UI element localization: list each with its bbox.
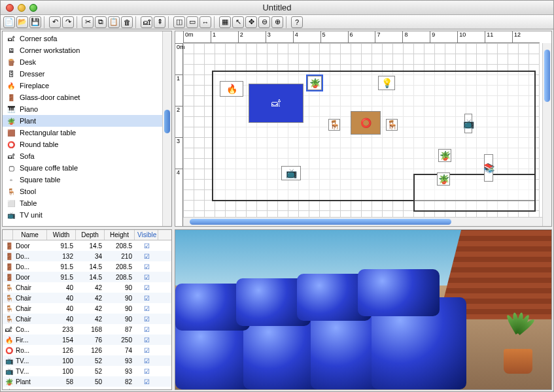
- table-row[interactable]: 🔥Fir...15476250☑: [3, 335, 171, 345]
- cell-visible[interactable]: ☑: [135, 242, 158, 250]
- catalog-item[interactable]: 🪑Stool: [3, 186, 171, 197]
- plan-round-table[interactable]: ⭕: [351, 111, 381, 135]
- table-row[interactable]: 🚪Door91.514.5208.5☑: [3, 272, 171, 282]
- plan-plant-sel[interactable]: 🪴: [307, 76, 322, 90]
- furniture-icon: ▫: [7, 175, 16, 184]
- plan-chair2[interactable]: 🪑: [386, 119, 398, 131]
- plan-tv1[interactable]: 📺: [281, 166, 301, 180]
- save-icon[interactable]: 💾: [29, 16, 41, 28]
- catalog-item[interactable]: 🗄Dresser: [3, 68, 171, 80]
- cell-visible[interactable]: ☑: [135, 357, 158, 365]
- table-row[interactable]: 🪑Chair404290☑: [3, 303, 171, 314]
- cell-visible[interactable]: ☑: [135, 326, 158, 333]
- catalog-item[interactable]: 🚪Glass-door cabinet: [3, 91, 171, 103]
- plan-tv2[interactable]: 📺: [464, 114, 472, 133]
- table-row[interactable]: 🪴Plant585082☑: [3, 376, 171, 387]
- col-depth[interactable]: Depth: [76, 230, 105, 240]
- plan-bookcase[interactable]: 📚: [484, 154, 493, 182]
- import-icon[interactable]: ⇞: [154, 16, 165, 28]
- table-row[interactable]: 🪴Plant585082☑: [3, 387, 171, 389]
- cell-visible[interactable]: ☑: [135, 389, 158, 390]
- catalog-item[interactable]: 🛋Corner sofa: [3, 33, 171, 44]
- plan-chair1[interactable]: 🪑: [328, 119, 340, 131]
- catalog-item[interactable]: ▫Square table: [3, 174, 171, 186]
- zoomin-icon[interactable]: ⊕: [271, 16, 283, 28]
- plan-fireplace[interactable]: 🔥: [220, 81, 243, 97]
- catalog-item[interactable]: 🟫Rectangular table: [3, 127, 171, 139]
- close-icon[interactable]: [6, 4, 14, 12]
- undo-icon[interactable]: ↶: [49, 16, 61, 28]
- row-icon: 🪑: [3, 316, 13, 323]
- catalog-item[interactable]: 🛋Sofa: [3, 150, 171, 162]
- open-icon[interactable]: 📂: [16, 16, 28, 28]
- table-row[interactable]: 🪑Chair404290☑: [3, 282, 171, 293]
- cell-visible[interactable]: ☑: [135, 316, 158, 323]
- catalog-list[interactable]: 🛋Corner sofa🖥Corner workstation🪵Desk🗄Dre…: [3, 31, 171, 222]
- create-room-icon[interactable]: ▭: [186, 16, 198, 28]
- cell-visible[interactable]: ☑: [135, 295, 158, 302]
- col-width[interactable]: Width: [47, 230, 76, 240]
- scrollbar-h[interactable]: [183, 217, 542, 226]
- catalog-item[interactable]: 🖥Corner workstation: [3, 44, 171, 56]
- pan-icon[interactable]: ✥: [245, 16, 257, 28]
- cell-height: 250: [105, 336, 135, 344]
- minimize-icon[interactable]: [18, 4, 26, 12]
- plan-grid[interactable]: 🔥🛋🪴💡🪑⭕🪑📺📺🪴🪴📚: [183, 43, 540, 226]
- table-row[interactable]: 🪑Chair404290☑: [3, 293, 171, 303]
- cell-visible[interactable]: ☑: [135, 336, 158, 344]
- delete-icon[interactable]: 🗑: [121, 16, 133, 28]
- cut-icon[interactable]: ✂: [82, 16, 94, 28]
- cell-visible[interactable]: ☑: [135, 263, 158, 270]
- table-row[interactable]: 🚪Do...13234210☑: [3, 251, 171, 261]
- select-icon[interactable]: ↖: [232, 16, 244, 28]
- plan-plant3[interactable]: 🪴: [437, 172, 450, 186]
- dimension-icon[interactable]: ↔: [199, 16, 211, 28]
- zoomout-icon[interactable]: ⊖: [258, 16, 270, 28]
- cell-visible[interactable]: ☑: [135, 368, 158, 375]
- catalog-item[interactable]: ⭕Round table: [3, 139, 171, 150]
- table-row[interactable]: ⭕Ro...12612674☑: [3, 345, 171, 355]
- catalog-item[interactable]: 📺TV unit: [3, 209, 171, 221]
- table-row[interactable]: 🚪Do...91.514.5208.5☑: [3, 261, 171, 272]
- new-icon[interactable]: 📄: [3, 16, 15, 28]
- furniture-table[interactable]: Name Width Depth Height Visible 🚪Door91.…: [2, 229, 172, 390]
- cell-visible[interactable]: ☑: [135, 347, 158, 354]
- cell-visible[interactable]: ☑: [135, 378, 158, 385]
- create-wall-icon[interactable]: ◫: [173, 16, 185, 28]
- furniture-icon: ⭕: [7, 140, 16, 149]
- cell-visible[interactable]: ☑: [135, 274, 158, 281]
- titlebar: Untitled: [1, 1, 553, 15]
- catalog-item[interactable]: ▢Square coffe table: [3, 162, 171, 174]
- catalog-item[interactable]: 🪵Desk: [3, 56, 171, 68]
- catalog-item[interactable]: ⬜Table: [3, 197, 171, 209]
- cell-visible[interactable]: ☑: [135, 305, 158, 312]
- add-furniture-icon[interactable]: 🛋: [141, 16, 152, 28]
- plan-view[interactable]: 0m123456789101112 0m1234 🔥🛋🪴💡🪑⭕🪑📺📺🪴🪴📚: [175, 31, 552, 227]
- redo-icon[interactable]: ↷: [62, 16, 74, 28]
- table-row[interactable]: 📺TV...1005293☑: [3, 355, 171, 366]
- help-icon[interactable]: ?: [291, 16, 303, 28]
- scrollbar[interactable]: [542, 43, 551, 226]
- maximize-icon[interactable]: [29, 4, 37, 12]
- scrollbar[interactable]: [162, 31, 171, 226]
- room-outline[interactable]: [413, 174, 536, 212]
- table-row[interactable]: 🛋Co...23316887☑: [3, 324, 171, 335]
- plan-corner-sofa[interactable]: 🛋: [249, 84, 303, 123]
- 3d-view[interactable]: [175, 229, 552, 390]
- col-height[interactable]: Height: [105, 230, 135, 240]
- table-row[interactable]: 🚪Door91.514.5208.5☑: [3, 240, 171, 251]
- catalog-item[interactable]: 🔥Fireplace: [3, 80, 171, 91]
- cell-visible[interactable]: ☑: [135, 284, 158, 291]
- col-visible[interactable]: Visible: [135, 230, 158, 240]
- plan-lamp[interactable]: 💡: [378, 76, 395, 90]
- catalog-item[interactable]: 🎹Piano: [3, 103, 171, 115]
- catalog-item[interactable]: 🪴Plant: [3, 115, 171, 127]
- cell-visible[interactable]: ☑: [135, 253, 158, 260]
- col-name[interactable]: Name: [13, 230, 47, 240]
- table-row[interactable]: 📺TV...1005293☑: [3, 366, 171, 376]
- paste-icon[interactable]: 📋: [108, 16, 120, 28]
- plan-plant2[interactable]: 🪴: [438, 149, 451, 162]
- copy-icon[interactable]: ⧉: [95, 16, 107, 28]
- deselect-icon[interactable]: ▦: [219, 16, 231, 28]
- table-row[interactable]: 🪑Chair404290☑: [3, 314, 171, 324]
